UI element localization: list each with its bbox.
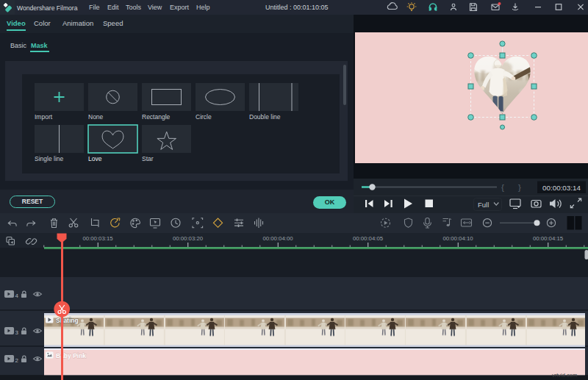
svg-text:2: 2 [15,357,19,364]
svg-text:00:00:04:15: 00:00:04:15 [533,235,564,242]
svg-text:4: 4 [15,293,19,299]
svg-text:00:00:04:05: 00:00:04:05 [353,235,384,242]
svg-text:3: 3 [15,329,19,336]
svg-text:00:00:04:10: 00:00:04:10 [442,235,473,242]
svg-text:}: } [518,183,521,192]
svg-text:{: { [501,183,504,192]
svg-text:00:00:03:20: 00:00:03:20 [173,235,204,242]
svg-text:00:00:03:14: 00:00:03:14 [542,184,581,192]
svg-text:00:00:04:00: 00:00:04:00 [262,235,293,242]
svg-text:vrtvid.com: vrtvid.com [552,372,577,379]
svg-text:Full: Full [478,201,489,209]
svg-text:00:00:03:15: 00:00:03:15 [82,235,113,242]
